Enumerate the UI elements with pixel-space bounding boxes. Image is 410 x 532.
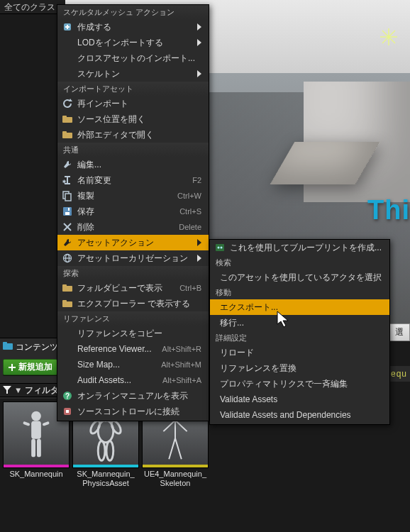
wrench-icon <box>62 238 73 248</box>
class-breadcrumb[interactable]: 全てのクラス <box>0 0 65 14</box>
svg-marker-49 <box>197 239 201 246</box>
menu-item[interactable]: Audit Assets...Alt+Shift+A <box>57 372 209 388</box>
svg-rect-7 <box>9 367 16 368</box>
delete-icon <box>62 222 73 232</box>
menu-item-label: リファレンスを置換 <box>220 362 382 375</box>
menu-item[interactable]: ✱名前変更F2 <box>57 172 209 188</box>
scc-icon <box>62 406 73 416</box>
menu-item-label: エクスポート... <box>220 301 382 314</box>
menu-item[interactable]: Validate Assets and Dependencies <box>210 407 389 423</box>
menu-item[interactable]: フォルダビューで表示Ctrl+B <box>57 280 209 296</box>
menu-item[interactable]: 外部エディタで開く <box>57 127 209 143</box>
menu-item[interactable]: リロード <box>210 345 389 360</box>
svg-point-9 <box>31 411 41 421</box>
menu-section-header: 共通 <box>57 143 209 157</box>
menu-item[interactable]: Validate Assets <box>210 392 389 407</box>
menu-item[interactable]: スケルトン <box>57 66 209 82</box>
menu-item-label: Size Map... <box>77 360 157 370</box>
svg-rect-45 <box>65 212 70 215</box>
menu-item[interactable]: エクスプローラー で表示する <box>57 296 209 311</box>
menu-section-header: スケルタルメッシュ アクション <box>57 5 209 19</box>
rename-icon: ✱ <box>62 175 73 185</box>
menu-item[interactable]: ?オンラインマニュアルを表示 <box>57 388 209 404</box>
menu-item[interactable]: 複製Ctrl+W <box>57 188 209 204</box>
svg-rect-12 <box>42 421 50 426</box>
menu-item-label: スケルトン <box>77 68 193 80</box>
menu-item[interactable]: 削除Delete <box>57 219 209 235</box>
menu-item-label: 名前変更 <box>77 174 188 187</box>
svg-marker-30 <box>197 23 201 31</box>
duplicate-icon <box>62 191 73 201</box>
menu-item[interactable]: ソース位置を開く <box>57 111 209 127</box>
menu-item[interactable]: リファレンスをコピー <box>57 326 209 341</box>
menu-item-label: このアセットを使用しているアクタを選択 <box>220 272 382 284</box>
contents-breadcrumb[interactable]: コンテンツ <box>0 338 64 356</box>
menu-item[interactable]: アセットアクション <box>57 235 209 250</box>
menu-item[interactable]: 移行... <box>210 315 389 331</box>
menu-item[interactable]: クロスアセットのインポート... <box>57 50 209 66</box>
menu-item[interactable]: 作成する <box>57 19 209 35</box>
menu-item-label: クロスアセットのインポート... <box>77 52 201 65</box>
menu-item[interactable]: 再インポート <box>57 96 209 111</box>
menu-item[interactable]: このアセットを使用しているアクタを選択 <box>210 270 389 285</box>
contents-label: コンテンツ <box>16 341 58 353</box>
menu-item[interactable]: 編集... <box>57 157 209 172</box>
svg-line-26 <box>175 438 182 459</box>
menu-item[interactable]: Size Map...Alt+Shift+M <box>57 357 209 372</box>
folder-icon <box>62 131 73 139</box>
menu-shortcut: Alt+Shift+A <box>162 376 201 384</box>
menu-section-header: 移動 <box>210 285 389 299</box>
menu-item[interactable]: アセットローカリゼーション <box>57 250 209 266</box>
menu-item[interactable]: これを使用してブループリントを作成... <box>210 240 389 255</box>
menu-item[interactable]: LODをインポートする <box>57 35 209 50</box>
menu-section-header: 検索 <box>210 255 389 270</box>
globe-icon <box>62 253 73 263</box>
menu-section-header: リファレンス <box>57 311 209 326</box>
menu-item-label: アセットアクション <box>77 237 193 249</box>
menu-item-label: ソースコントロールに接続 <box>77 406 201 418</box>
menu-item[interactable]: リファレンスを置換 <box>210 360 389 376</box>
help-icon: ? <box>62 391 73 401</box>
menu-shortcut: Alt+Shift+R <box>162 345 201 353</box>
menu-item[interactable]: エクスポート... <box>210 299 389 315</box>
wrench-icon <box>62 160 73 170</box>
menu-item-label: Reference Viewer... <box>77 344 157 354</box>
folder-icon <box>62 284 73 292</box>
menu-item[interactable]: 保存Ctrl+S <box>57 204 209 219</box>
menu-shortcut: Ctrl+S <box>179 207 201 216</box>
menu-item-label: リロード <box>220 347 382 359</box>
menu-shortcut: Ctrl+W <box>177 192 201 200</box>
svg-rect-46 <box>68 208 70 211</box>
class-breadcrumb-label: 全てのクラス <box>4 2 55 12</box>
menu-item-label: 削除 <box>77 221 174 233</box>
svg-rect-5 <box>3 342 7 345</box>
menu-item-label: ソース位置を開く <box>77 113 201 126</box>
svg-rect-62 <box>216 244 224 251</box>
add-new-button[interactable]: 新規追加 <box>3 359 57 375</box>
svg-marker-8 <box>3 386 11 394</box>
menu-item-label: Audit Assets... <box>77 375 158 385</box>
reimport-icon <box>62 99 73 109</box>
submenu-arrow-icon <box>197 70 201 77</box>
select-button[interactable]: 選 <box>389 323 410 341</box>
menu-shortcut: Delete <box>179 223 201 231</box>
save-icon <box>62 206 73 216</box>
menu-item-label: LODをインポートする <box>77 37 193 49</box>
menu-item[interactable]: ソースコントロールに接続 <box>57 404 209 419</box>
asset-label: SK_Mannequin <box>9 470 62 479</box>
menu-item[interactable]: Reference Viewer...Alt+Shift+R <box>57 341 209 357</box>
blueprint-icon <box>214 243 226 253</box>
svg-rect-35 <box>62 116 67 118</box>
svg-rect-13 <box>31 439 35 457</box>
menu-item-label: 保存 <box>77 206 175 218</box>
svg-line-25 <box>169 438 175 459</box>
menu-item[interactable]: プロパティマトリクスで一斉編集 <box>210 376 389 392</box>
menu-item-label: これを使用してブループリントを作成... <box>230 242 382 254</box>
svg-point-64 <box>221 247 223 249</box>
menu-shortcut: Ctrl+B <box>179 284 201 292</box>
menu-item-label: 外部エディタで開く <box>77 129 201 141</box>
asset-label: UE4_Mannequin_ Skeleton <box>144 470 206 488</box>
menu-shortcut: F2 <box>192 176 201 184</box>
svg-point-18 <box>110 419 123 435</box>
menu-item-label: Validate Assets <box>220 394 382 404</box>
